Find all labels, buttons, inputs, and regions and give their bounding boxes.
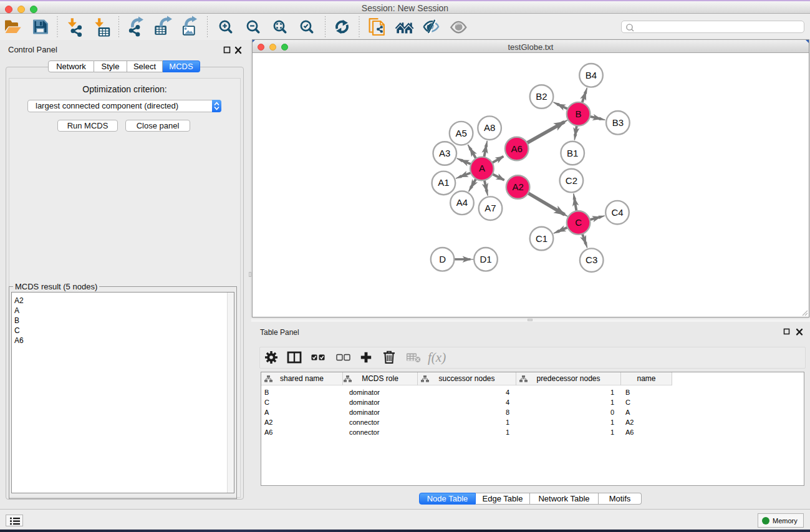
svg-text:A8: A8 bbox=[484, 122, 495, 133]
svg-text:D: D bbox=[439, 254, 446, 264]
svg-text:f(x): f(x) bbox=[428, 350, 446, 365]
svg-text:A2: A2 bbox=[512, 181, 523, 192]
svg-text:C4: C4 bbox=[611, 207, 623, 218]
svg-text:A5: A5 bbox=[455, 128, 466, 138]
svg-text:A7: A7 bbox=[485, 203, 496, 213]
svg-text:B: B bbox=[576, 109, 582, 119]
svg-text:A4: A4 bbox=[456, 197, 468, 208]
svg-text:B4: B4 bbox=[586, 70, 597, 80]
svg-text:C: C bbox=[575, 217, 582, 228]
svg-text:A: A bbox=[479, 163, 485, 173]
svg-text:B1: B1 bbox=[567, 148, 578, 158]
svg-text:C2: C2 bbox=[566, 175, 577, 186]
svg-text:A1: A1 bbox=[438, 177, 449, 188]
svg-text:A3: A3 bbox=[439, 148, 450, 158]
svg-text:D1: D1 bbox=[480, 254, 491, 264]
svg-text:C3: C3 bbox=[586, 254, 597, 265]
svg-text:C1: C1 bbox=[536, 233, 547, 244]
svg-text:B3: B3 bbox=[612, 117, 624, 128]
svg-text:A6: A6 bbox=[511, 143, 523, 154]
svg-text:B2: B2 bbox=[536, 91, 547, 102]
